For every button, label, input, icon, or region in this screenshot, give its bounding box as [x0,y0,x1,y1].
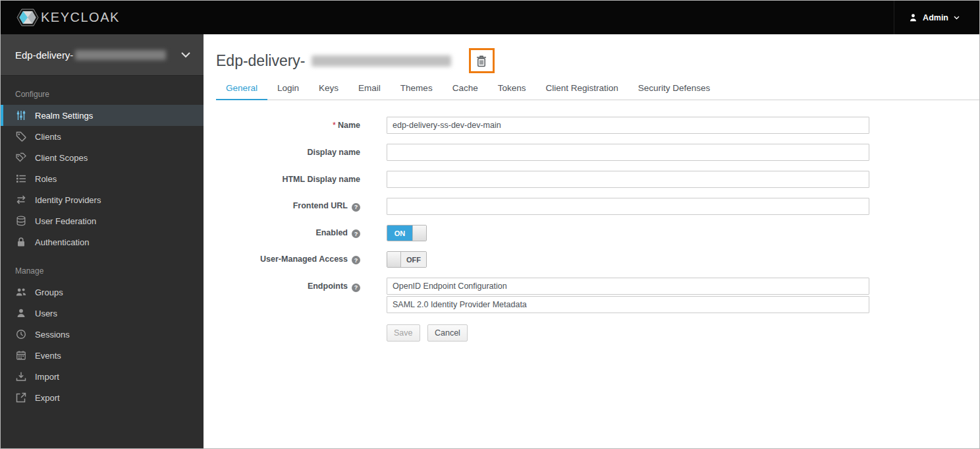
sidebar-item-label: Authentication [35,237,89,247]
list-icon [15,173,26,185]
help-icon[interactable]: ? [352,203,360,212]
save-button[interactable]: Save [387,324,420,342]
toggle-off-label: OFF [401,252,426,267]
sidebar-item-label: Events [35,351,61,361]
tab-security-defenses[interactable]: Security Defenses [628,77,721,100]
delete-realm-button[interactable] [469,48,495,73]
sidebar-nav: ConfigureRealm SettingsClientsClient Sco… [1,76,204,408]
sidebar-item-realm-settings[interactable]: Realm Settings [1,105,204,126]
sidebar-item-identity-providers[interactable]: Identity Providers [1,189,204,210]
user-managed-access-toggle[interactable]: OFF [387,251,427,268]
sidebar-item-label: Export [35,393,60,403]
toggle-knob [412,225,426,241]
tab-email[interactable]: Email [348,77,391,100]
sidebar-item-client-scopes[interactable]: Client Scopes [1,147,204,168]
chevron-down-icon [954,16,960,20]
tab-keys[interactable]: Keys [309,77,348,100]
realm-name-label: Edp-delivery- [15,49,73,61]
person-icon [15,308,26,319]
nav-section-title-configure: Configure [1,76,204,105]
name-label: *Name [216,121,360,130]
page-title-text: Edp-delivery- [216,52,306,70]
toggle-on-label: ON [387,225,412,241]
tab-cache[interactable]: Cache [443,77,488,100]
redacted-realm-name [75,50,166,60]
sidebar-item-export[interactable]: Export [1,387,204,408]
tag-icon [15,131,26,142]
help-icon[interactable]: ? [352,284,360,292]
lock-icon [15,237,26,248]
calendar-icon [15,350,26,361]
export-icon [15,392,26,404]
sidebar-item-label: Identity Providers [35,195,101,205]
realm-selector[interactable]: Edp-delivery- [1,34,204,76]
html-display-name-label: HTML Display name [216,175,360,184]
sidebar-item-label: Import [35,372,59,382]
sidebar-item-import[interactable]: Import [1,366,204,387]
enabled-toggle[interactable]: ON [387,225,427,241]
saml-endpoint-link[interactable]: SAML 2.0 Identity Provider Metadata [387,296,869,313]
realm-general-form: *Name Display name HTML Display name Fro… [216,117,979,342]
main-content: Edp-delivery- [204,34,979,448]
display-name-label: Display name [216,148,360,157]
enabled-label: Enabled? [216,228,360,239]
sidebar-item-users[interactable]: Users [1,303,204,324]
sidebar-item-label: Groups [35,287,63,297]
sidebar-item-label: Sessions [35,330,70,340]
top-bar: KEYCLOAK Admin [1,1,979,34]
sidebar-item-authentication[interactable]: Authentication [1,231,204,253]
sliders-icon [15,110,26,121]
sidebar-item-clients[interactable]: Clients [1,126,204,147]
keycloak-logo-icon [16,9,39,26]
sidebar-item-label: Client Scopes [35,153,88,163]
sidebar-item-label: Users [35,309,57,318]
sidebar-item-label: Clients [35,132,61,142]
toggle-knob [387,252,401,267]
clock-icon [15,329,26,340]
tab-themes[interactable]: Themes [391,77,443,100]
user-label: Admin [923,13,948,22]
groups-icon [15,287,26,298]
database-icon [15,216,26,227]
tab-client-registration[interactable]: Client Registration [535,77,628,100]
openid-endpoint-link[interactable]: OpenID Endpoint Configuration [387,278,869,295]
sidebar-item-label: User Federation [35,216,96,226]
sidebar-item-sessions[interactable]: Sessions [1,324,204,345]
html-display-name-input[interactable] [387,171,869,188]
tab-general[interactable]: General [216,77,267,100]
tab-login[interactable]: Login [267,77,309,100]
required-asterisk: * [333,121,336,130]
chevron-down-icon [181,52,190,58]
frontend-url-input[interactable] [387,198,869,215]
user-managed-access-label: User-Managed Access? [216,254,360,265]
page-title: Edp-delivery- [216,52,451,70]
redacted-realm-title [312,55,451,67]
endpoints-label: Endpoints? [216,278,360,292]
sidebar-item-user-federation[interactable]: User Federation [1,210,204,231]
sidebar: Edp-delivery- ConfigureRealm SettingsCli… [1,34,204,448]
exchange-arrows-icon [15,195,26,206]
keycloak-admin-window: KEYCLOAK Admin Edp-delivery- Con [0,0,980,449]
realm-settings-tabs: GeneralLoginKeysEmailThemesCacheTokensCl… [216,77,979,100]
tags-icon [15,152,26,164]
sidebar-item-roles[interactable]: Roles [1,168,204,189]
display-name-input[interactable] [387,144,869,161]
brand-text: KEYCLOAK [41,10,120,25]
nav-section-title-manage: Manage [1,253,204,282]
sidebar-item-groups[interactable]: Groups [1,282,204,303]
trash-icon [476,55,487,67]
user-icon [909,13,917,22]
name-input[interactable] [387,117,869,134]
sidebar-item-events[interactable]: Events [1,345,204,366]
help-icon[interactable]: ? [352,229,360,238]
tab-tokens[interactable]: Tokens [488,77,536,100]
sidebar-item-label: Roles [35,174,57,184]
admin-user-menu[interactable]: Admin [894,1,979,34]
sidebar-item-label: Realm Settings [35,111,93,121]
keycloak-brand[interactable]: KEYCLOAK [1,1,120,34]
help-icon[interactable]: ? [352,256,360,264]
frontend-url-label: Frontend URL? [216,201,360,212]
import-icon [15,371,26,382]
page-header: Edp-delivery- [216,48,979,73]
cancel-button[interactable]: Cancel [427,324,468,342]
